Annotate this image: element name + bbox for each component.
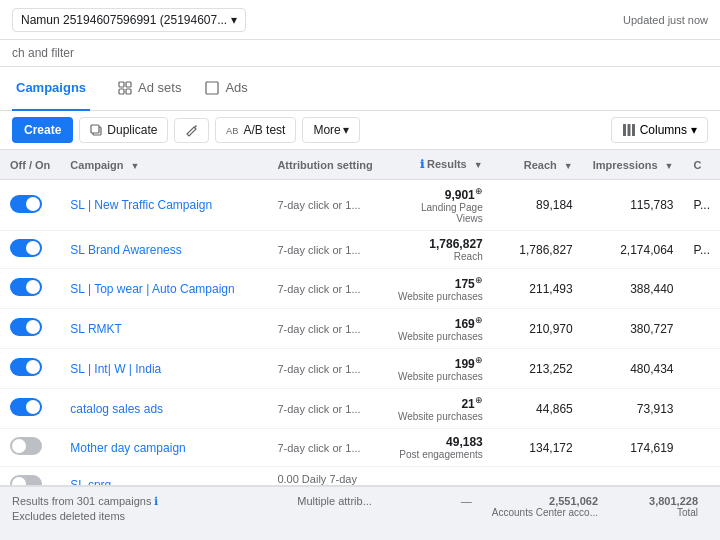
result-type: Website purchases — [393, 291, 483, 302]
reach-value: 210,970 — [529, 322, 572, 336]
svg-rect-6 — [91, 125, 99, 133]
results-cell: 199⊕Website purchases — [383, 349, 493, 389]
search-filter-bar[interactable]: ch and filter — [0, 40, 720, 67]
toggle-cell — [0, 180, 60, 231]
grid-icon — [118, 81, 132, 95]
result-value: 1,786,827 — [429, 237, 482, 251]
impressions-value: 115,783 — [630, 198, 673, 212]
info-icon: ℹ — [420, 158, 424, 170]
tab-adsets[interactable]: Ad sets — [106, 67, 193, 111]
abtest-button[interactable]: AB A/B test — [215, 117, 296, 143]
col-header-campaign[interactable]: Campaign ▼ — [60, 150, 267, 180]
col-header-reach[interactable]: Reach ▼ — [493, 150, 583, 180]
duplicate-icon — [90, 124, 103, 137]
toggle-switch[interactable] — [10, 437, 42, 455]
result-type: Post engagements — [393, 449, 483, 460]
campaign-name-cell: Mother day campaign — [60, 429, 267, 467]
results-cell: 21⊕Website purchases — [383, 389, 493, 429]
table-container: Off / On Campaign ▼ Attribution setting … — [0, 150, 720, 530]
toggle-switch[interactable] — [10, 358, 42, 376]
columns-button[interactable]: Columns ▾ — [611, 117, 708, 143]
col-header-c: C — [684, 150, 720, 180]
campaign-link[interactable]: SL Brand Awareness — [70, 243, 181, 257]
reach-cell: 89,184 — [493, 180, 583, 231]
toggle-switch[interactable] — [10, 398, 42, 416]
tab-campaigns[interactable]: Campaigns — [12, 67, 90, 111]
campaign-link[interactable]: catalog sales ads — [70, 402, 163, 416]
toggle-cell — [0, 429, 60, 467]
table-row: Mother day campaign7-day click or 1...49… — [0, 429, 720, 467]
reach-value: 89,184 — [536, 198, 573, 212]
toggle-cell — [0, 231, 60, 269]
footer-totals: Multiple attrib... — 2,551,062 Accounts … — [282, 495, 708, 518]
square-icon — [205, 81, 219, 95]
impressions-cell: 115,783 — [583, 180, 684, 231]
result-value: 49,183 — [446, 435, 483, 449]
col-header-impressions[interactable]: Impressions ▼ — [583, 150, 684, 180]
result-sup: ⊕ — [475, 355, 483, 365]
edit-button[interactable] — [174, 118, 209, 143]
tab-ads[interactable]: Ads — [193, 67, 259, 111]
campaign-link[interactable]: Mother day campaign — [70, 441, 185, 455]
svg-rect-4 — [206, 82, 218, 94]
tabs-row: Campaigns Ad sets Ads — [0, 67, 720, 111]
results-cell: 49,183Post engagements — [383, 429, 493, 467]
sort-icon: ▼ — [665, 161, 674, 171]
toggle-cell — [0, 269, 60, 309]
account-selector[interactable]: Namun 25194607596991 (25194607... ▾ — [12, 8, 246, 32]
toggle-switch[interactable] — [10, 278, 42, 296]
c-cell — [684, 389, 720, 429]
sort-icon: ▼ — [474, 160, 483, 170]
toggle-switch[interactable] — [10, 318, 42, 336]
campaign-link[interactable]: SL | New Traffic Campaign — [70, 198, 212, 212]
duplicate-button[interactable]: Duplicate — [79, 117, 168, 143]
attribution-cell: 7-day click or 1... — [267, 309, 382, 349]
impressions-cell: 380,727 — [583, 309, 684, 349]
toggle-cell — [0, 349, 60, 389]
campaign-link[interactable]: SL | Top wear | Auto Campaign — [70, 282, 234, 296]
c-cell — [684, 349, 720, 389]
col-header-offon: Off / On — [0, 150, 60, 180]
impressions-value: 73,913 — [637, 402, 674, 416]
c-cell — [684, 269, 720, 309]
table-row: catalog sales ads7-day click or 1...21⊕W… — [0, 389, 720, 429]
campaign-link[interactable]: SL | Int| W | India — [70, 362, 161, 376]
toolbar: Create Duplicate AB A/B test More ▾ Colu… — [0, 111, 720, 150]
reach-value: 211,493 — [529, 282, 572, 296]
reach-cell: 210,970 — [493, 309, 583, 349]
impressions-cell: 2,174,064 — [583, 231, 684, 269]
svg-rect-0 — [119, 82, 124, 87]
impressions-cell: 174,619 — [583, 429, 684, 467]
reach-cell: 213,252 — [493, 349, 583, 389]
results-cell: 169⊕Website purchases — [383, 309, 493, 349]
table-row: SL RMKT7-day click or 1...169⊕Website pu… — [0, 309, 720, 349]
result-sup: ⊕ — [475, 395, 483, 405]
svg-rect-1 — [126, 82, 131, 87]
svg-rect-8 — [623, 124, 626, 136]
c-cell — [684, 309, 720, 349]
col-header-results[interactable]: ℹ Results ▼ — [383, 150, 493, 180]
create-button[interactable]: Create — [12, 117, 73, 143]
footer-results-info: Results from 301 campaigns ℹ Excludes de… — [12, 495, 158, 522]
results-cell: 175⊕Website purchases — [383, 269, 493, 309]
c-cell — [684, 429, 720, 467]
result-type: Website purchases — [393, 411, 483, 422]
toggle-switch[interactable] — [10, 195, 42, 213]
attribution-cell: 7-day click or 1... — [267, 349, 382, 389]
more-button[interactable]: More ▾ — [302, 117, 359, 143]
impressions-cell: 480,434 — [583, 349, 684, 389]
campaign-link[interactable]: SL RMKT — [70, 322, 122, 336]
campaign-name-cell: SL RMKT — [60, 309, 267, 349]
col-header-attribution: Attribution setting — [267, 150, 382, 180]
toggle-switch[interactable] — [10, 239, 42, 257]
reach-cell: 1,786,827 — [493, 231, 583, 269]
result-sup: ⊕ — [475, 315, 483, 325]
reach-cell: 134,172 — [493, 429, 583, 467]
toggle-cell — [0, 389, 60, 429]
reach-value: 44,865 — [536, 402, 573, 416]
result-value: 169 — [455, 317, 475, 331]
campaign-name-cell: SL Brand Awareness — [60, 231, 267, 269]
info-icon: ℹ — [154, 495, 158, 507]
campaign-name-cell: catalog sales ads — [60, 389, 267, 429]
impressions-cell: 73,913 — [583, 389, 684, 429]
